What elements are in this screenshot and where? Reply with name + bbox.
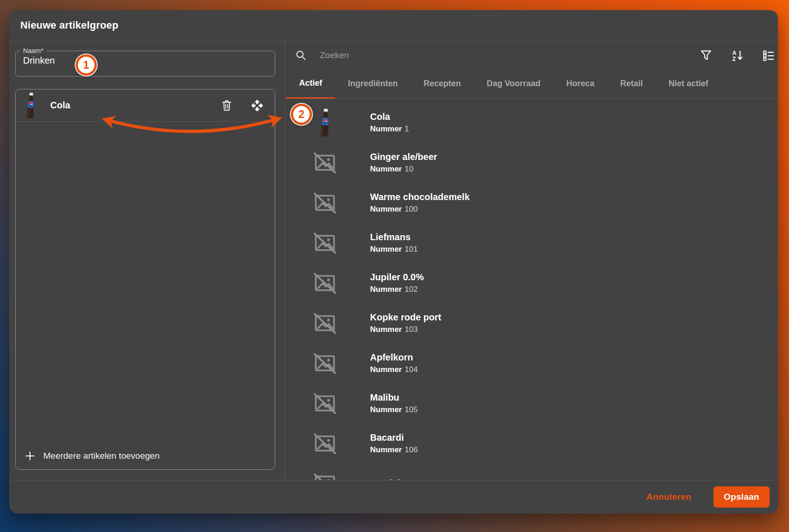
page-background: { "window": { "title": "Nieuwe artikelgr… [0, 0, 789, 532]
add-multiple-articles-label: Meerdere artikelen toevoegen [43, 451, 159, 461]
new-article-group-dialog: Nieuwe artikelgroep Naam* Cola [9, 10, 778, 514]
tab-recepten[interactable]: Recepten [411, 69, 474, 98]
tab-dag-voorraad[interactable]: Dag Voorraad [474, 69, 553, 98]
cancel-button[interactable]: Annuleren [643, 491, 694, 502]
cola-bottle-image [25, 92, 36, 119]
article-number: Nummer102 [370, 285, 424, 294]
group-items-panel: Cola Meerdere artikelen toevoegen [15, 89, 275, 470]
image-off-icon [312, 351, 337, 376]
delete-item-button[interactable] [218, 96, 236, 115]
image-off-icon [312, 190, 337, 215]
article-row[interactable]: Bacardi Nummer106 [285, 423, 778, 463]
article-thumbnail [312, 270, 338, 296]
add-multiple-articles-button[interactable]: Meerdere artikelen toevoegen [16, 443, 275, 469]
article-number: Nummer101 [370, 245, 418, 254]
article-row[interactable]: Jupiler 0.0% Nummer102 [285, 263, 778, 303]
search-icon [295, 49, 307, 61]
article-name: Bacardi [370, 432, 418, 443]
article-thumbnail [312, 431, 338, 456]
article-name: Kopke rode port [370, 312, 441, 323]
group-item-row: Cola [16, 89, 275, 122]
article-row[interactable]: Malibu Nummer105 [285, 383, 778, 423]
tab-actief[interactable]: Actief [286, 69, 335, 99]
image-off-icon [312, 150, 337, 175]
search-bar [285, 41, 778, 69]
article-thumbnail [312, 230, 338, 256]
image-off-icon [312, 231, 337, 255]
image-off-icon [312, 271, 337, 296]
article-text: Kopke rode port Nummer103 [370, 312, 441, 334]
group-item-name: Cola [50, 100, 70, 111]
article-row[interactable]: Martini rosso [285, 463, 778, 480]
annotation-step-2-badge: 2 [291, 104, 312, 125]
article-number: Nummer105 [370, 405, 418, 414]
trash-icon [220, 99, 233, 112]
view-list-icon [762, 49, 775, 62]
article-number: Nummer103 [370, 325, 441, 334]
article-row[interactable]: Liefmans Nummer101 [285, 223, 778, 263]
tab-horeca[interactable]: Horeca [553, 69, 607, 98]
article-text: Jupiler 0.0% Nummer102 [370, 272, 424, 294]
article-text: Cola Nummer1 [370, 112, 409, 134]
article-name: Malibu [370, 392, 418, 403]
sort-az-icon [731, 49, 744, 62]
article-text: Ginger ale/beer Nummer10 [370, 152, 437, 174]
article-name: Liefmans [370, 232, 418, 242]
annotation-step-1-badge: 1 [76, 54, 97, 76]
article-thumbnail [312, 110, 338, 136]
article-number: Nummer100 [370, 205, 470, 214]
save-button[interactable]: Opslaan [713, 486, 770, 508]
article-row[interactable]: Ginger ale/beer Nummer10 [285, 142, 778, 183]
article-number: Nummer1 [370, 124, 409, 134]
drag-handle-button[interactable] [248, 96, 266, 115]
name-field[interactable]: Naam* [15, 47, 275, 77]
article-text: Liefmans Nummer101 [370, 232, 418, 254]
article-name: Ginger ale/beer [370, 152, 437, 162]
article-number: Nummer106 [370, 445, 418, 455]
image-off-icon [312, 471, 337, 480]
search-input[interactable] [319, 50, 559, 61]
article-number: Nummer10 [370, 165, 437, 174]
dialog-footer: Annuleren Opslaan [9, 480, 778, 514]
article-thumbnail [312, 310, 338, 336]
article-text: Malibu Nummer105 [370, 392, 418, 414]
image-off-icon [312, 431, 337, 456]
dialog-header: Nieuwe artikelgroep [9, 10, 778, 41]
article-row[interactable]: Warme chocolademelk Nummer100 [285, 183, 778, 223]
tab-niet-actief[interactable]: Niet actief [656, 69, 721, 98]
dialog-title: Nieuwe artikelgroep [20, 10, 118, 41]
article-thumbnail [312, 390, 338, 416]
plus-icon [24, 450, 36, 462]
article-name: Cola [370, 112, 409, 122]
article-list[interactable]: Cola Nummer1 Ginger ale/beer Nummer10 [285, 99, 778, 480]
sort-button[interactable] [728, 46, 747, 65]
pepsi-bottle-image [319, 108, 331, 137]
article-thumbnail [312, 350, 338, 376]
article-row[interactable]: Cola Nummer1 [285, 102, 778, 142]
article-tabs: Actief Ingrediënten Recepten Dag Voorraa… [285, 69, 778, 99]
image-off-icon [312, 311, 337, 336]
article-text: Warme chocolademelk Nummer100 [370, 192, 470, 214]
image-off-icon [312, 391, 337, 416]
article-number: Nummer104 [370, 365, 418, 374]
article-thumbnail [312, 471, 338, 480]
list-toolbar [697, 46, 778, 65]
article-name: Apfelkorn [370, 352, 418, 363]
tab-ingredienten[interactable]: Ingrediënten [335, 69, 411, 98]
name-field-label: Naam* [20, 47, 46, 54]
article-thumbnail [312, 190, 338, 216]
tab-retail[interactable]: Retail [607, 69, 656, 98]
article-name: Jupiler 0.0% [370, 272, 424, 283]
article-row[interactable]: Kopke rode port Nummer103 [285, 303, 778, 343]
article-name: Warme chocolademelk [370, 192, 470, 202]
view-list-button[interactable] [760, 46, 778, 65]
article-row[interactable]: Apfelkorn Nummer104 [285, 343, 778, 383]
article-text: Apfelkorn Nummer104 [370, 352, 418, 374]
article-thumbnail [312, 150, 338, 176]
filter-button[interactable] [697, 46, 715, 65]
article-text: Bacardi Nummer106 [370, 432, 418, 455]
move-arrows-icon [251, 99, 264, 112]
article-browser-panel: Actief Ingrediënten Recepten Dag Voorraa… [285, 41, 778, 480]
filter-icon [700, 49, 712, 62]
group-editor-panel: Naam* Cola Meerdere artikelen [9, 41, 285, 480]
